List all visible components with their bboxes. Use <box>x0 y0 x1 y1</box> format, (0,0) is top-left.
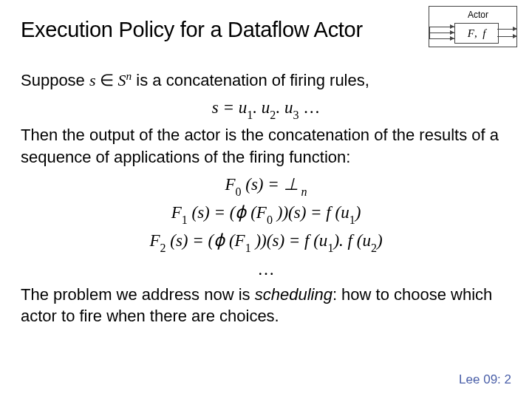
problem-paragraph: The problem we address now is scheduling… <box>21 284 511 327</box>
actor-figure: Actor F , f <box>429 6 517 47</box>
actor-box-F: F <box>468 27 474 40</box>
suppose-line: Suppose s ∈ Sn is a concatenation of fir… <box>21 69 511 92</box>
actor-box: F , f <box>454 23 499 44</box>
slide-footer: Lee 09: 2 <box>459 372 511 387</box>
eq-F1: F1 (s) = (ϕ (F0 ))(s) = f (u1) <box>21 201 511 226</box>
scheduling-term: scheduling <box>255 285 332 304</box>
eq-F0: F0 (s) = ⊥ n <box>21 173 511 198</box>
then-paragraph: Then the output of the actor is the conc… <box>21 124 511 168</box>
actor-figure-label: Actor <box>468 10 488 20</box>
eq-ellipsis: … <box>21 258 511 281</box>
actor-box-f: f <box>482 27 485 40</box>
eq-s: s = u1. u2. u3 … <box>21 96 511 121</box>
eq-F2: F2 (s) = (ϕ (F1 ))(s) = f (u1). f (u2) <box>21 229 511 254</box>
